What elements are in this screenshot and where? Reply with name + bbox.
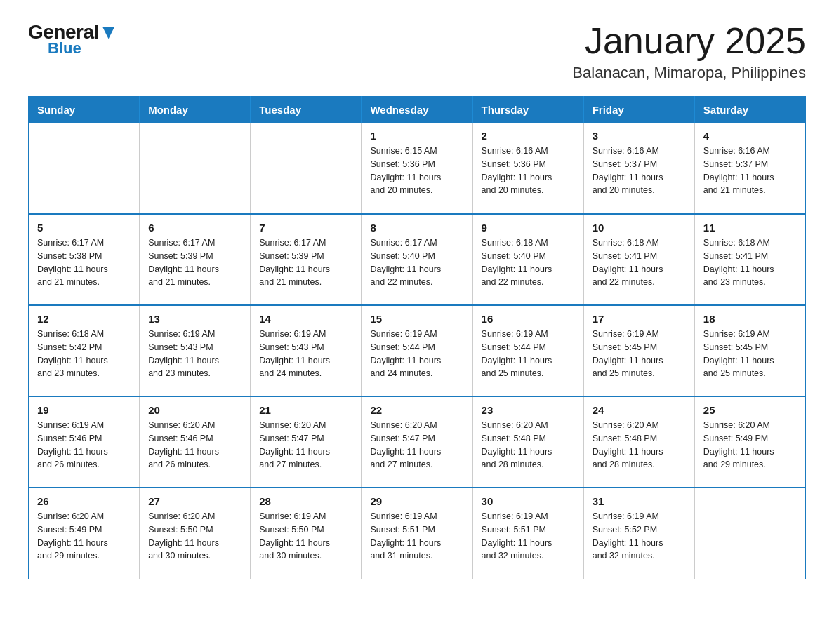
day-number: 24 [593,404,686,416]
day-info: Sunrise: 6:17 AMSunset: 5:40 PMDaylight:… [370,236,463,289]
calendar-cell: 25Sunrise: 6:20 AMSunset: 5:49 PMDayligh… [694,396,805,488]
calendar-day-header-friday: Friday [583,97,694,123]
day-info: Sunrise: 6:17 AMSunset: 5:38 PMDaylight:… [37,236,131,289]
day-number: 2 [482,130,575,142]
calendar-week-row: 5Sunrise: 6:17 AMSunset: 5:38 PMDaylight… [29,214,806,305]
day-info: Sunrise: 6:19 AMSunset: 5:51 PMDaylight:… [370,510,463,563]
day-number: 30 [482,495,575,507]
day-number: 4 [703,130,797,142]
title-block: January 2025 Balanacan, Mimaropa, Philip… [572,21,806,82]
day-number: 16 [482,313,575,325]
calendar-cell: 3Sunrise: 6:16 AMSunset: 5:37 PMDaylight… [583,123,694,214]
calendar-cell: 20Sunrise: 6:20 AMSunset: 5:46 PMDayligh… [140,396,251,488]
day-number: 8 [370,222,463,234]
calendar-cell [140,123,251,214]
day-number: 9 [482,222,575,234]
calendar-cell: 8Sunrise: 6:17 AMSunset: 5:40 PMDaylight… [362,214,472,305]
day-number: 10 [593,222,686,234]
day-info: Sunrise: 6:17 AMSunset: 5:39 PMDaylight:… [148,236,241,289]
calendar-cell: 16Sunrise: 6:19 AMSunset: 5:44 PMDayligh… [472,305,583,396]
calendar-day-header-monday: Monday [140,97,251,123]
calendar-cell: 6Sunrise: 6:17 AMSunset: 5:39 PMDaylight… [140,214,251,305]
calendar-cell: 24Sunrise: 6:20 AMSunset: 5:48 PMDayligh… [583,396,694,488]
day-number: 18 [703,313,797,325]
calendar-day-header-sunday: Sunday [29,97,140,123]
day-info: Sunrise: 6:20 AMSunset: 5:47 PMDaylight:… [370,419,463,471]
calendar-day-header-thursday: Thursday [472,97,583,123]
month-title: January 2025 [572,21,806,61]
day-info: Sunrise: 6:19 AMSunset: 5:50 PMDaylight:… [259,510,352,563]
day-info: Sunrise: 6:16 AMSunset: 5:37 PMDaylight:… [703,145,797,197]
day-info: Sunrise: 6:19 AMSunset: 5:44 PMDaylight:… [370,328,463,380]
calendar-cell: 14Sunrise: 6:19 AMSunset: 5:43 PMDayligh… [251,305,362,396]
day-number: 25 [703,404,797,416]
calendar-cell: 7Sunrise: 6:17 AMSunset: 5:39 PMDaylight… [251,214,362,305]
day-info: Sunrise: 6:19 AMSunset: 5:51 PMDaylight:… [482,510,575,563]
day-info: Sunrise: 6:20 AMSunset: 5:46 PMDaylight:… [148,419,241,471]
calendar-cell: 30Sunrise: 6:19 AMSunset: 5:51 PMDayligh… [472,488,583,579]
calendar-day-header-tuesday: Tuesday [251,97,362,123]
day-number: 23 [482,404,575,416]
calendar-week-row: 26Sunrise: 6:20 AMSunset: 5:49 PMDayligh… [29,488,806,579]
day-number: 28 [259,495,352,507]
day-number: 5 [37,222,131,234]
day-number: 11 [703,222,797,234]
day-number: 15 [370,313,463,325]
calendar-week-row: 19Sunrise: 6:19 AMSunset: 5:46 PMDayligh… [29,396,806,488]
day-info: Sunrise: 6:19 AMSunset: 5:43 PMDaylight:… [259,328,352,380]
calendar-cell [251,123,362,214]
calendar-cell: 27Sunrise: 6:20 AMSunset: 5:50 PMDayligh… [140,488,251,579]
page-header: General▼ Blue January 2025 Balanacan, Mi… [28,21,806,82]
calendar-cell: 2Sunrise: 6:16 AMSunset: 5:36 PMDaylight… [472,123,583,214]
calendar-cell [29,123,140,214]
day-info: Sunrise: 6:19 AMSunset: 5:45 PMDaylight:… [703,328,797,380]
day-info: Sunrise: 6:20 AMSunset: 5:48 PMDaylight:… [593,419,686,471]
logo-blue-text: Blue [48,39,81,58]
day-info: Sunrise: 6:19 AMSunset: 5:43 PMDaylight:… [148,328,241,380]
day-number: 29 [370,495,463,507]
calendar-cell: 1Sunrise: 6:15 AMSunset: 5:36 PMDaylight… [362,123,472,214]
day-number: 20 [148,404,241,416]
day-info: Sunrise: 6:19 AMSunset: 5:46 PMDaylight:… [37,419,131,471]
day-info: Sunrise: 6:20 AMSunset: 5:48 PMDaylight:… [482,419,575,471]
day-number: 3 [593,130,686,142]
calendar-header-row: SundayMondayTuesdayWednesdayThursdayFrid… [29,97,806,123]
day-number: 1 [370,130,463,142]
day-number: 6 [148,222,241,234]
calendar-cell: 11Sunrise: 6:18 AMSunset: 5:41 PMDayligh… [694,214,805,305]
calendar-cell [694,488,805,579]
calendar-table: SundayMondayTuesdayWednesdayThursdayFrid… [28,96,806,579]
day-number: 17 [593,313,686,325]
day-info: Sunrise: 6:18 AMSunset: 5:41 PMDaylight:… [703,236,797,289]
calendar-cell: 26Sunrise: 6:20 AMSunset: 5:49 PMDayligh… [29,488,140,579]
calendar-cell: 18Sunrise: 6:19 AMSunset: 5:45 PMDayligh… [694,305,805,396]
logo-arrow-icon: ▼ [99,21,118,43]
calendar-week-row: 12Sunrise: 6:18 AMSunset: 5:42 PMDayligh… [29,305,806,396]
day-number: 13 [148,313,241,325]
calendar-week-row: 1Sunrise: 6:15 AMSunset: 5:36 PMDaylight… [29,123,806,214]
calendar-cell: 10Sunrise: 6:18 AMSunset: 5:41 PMDayligh… [583,214,694,305]
calendar-cell: 17Sunrise: 6:19 AMSunset: 5:45 PMDayligh… [583,305,694,396]
calendar-day-header-saturday: Saturday [694,97,805,123]
calendar-cell: 31Sunrise: 6:19 AMSunset: 5:52 PMDayligh… [583,488,694,579]
day-info: Sunrise: 6:18 AMSunset: 5:41 PMDaylight:… [593,236,686,289]
calendar-cell: 15Sunrise: 6:19 AMSunset: 5:44 PMDayligh… [362,305,472,396]
day-info: Sunrise: 6:20 AMSunset: 5:47 PMDaylight:… [259,419,352,471]
day-number: 14 [259,313,352,325]
calendar-cell: 4Sunrise: 6:16 AMSunset: 5:37 PMDaylight… [694,123,805,214]
day-number: 26 [37,495,131,507]
calendar-cell: 13Sunrise: 6:19 AMSunset: 5:43 PMDayligh… [140,305,251,396]
day-info: Sunrise: 6:16 AMSunset: 5:36 PMDaylight:… [482,145,575,197]
day-number: 22 [370,404,463,416]
calendar-cell: 5Sunrise: 6:17 AMSunset: 5:38 PMDaylight… [29,214,140,305]
day-info: Sunrise: 6:19 AMSunset: 5:44 PMDaylight:… [482,328,575,380]
day-number: 27 [148,495,241,507]
calendar-cell: 12Sunrise: 6:18 AMSunset: 5:42 PMDayligh… [29,305,140,396]
logo: General▼ Blue [28,21,118,58]
day-info: Sunrise: 6:15 AMSunset: 5:36 PMDaylight:… [370,145,463,197]
calendar-cell: 23Sunrise: 6:20 AMSunset: 5:48 PMDayligh… [472,396,583,488]
day-info: Sunrise: 6:17 AMSunset: 5:39 PMDaylight:… [259,236,352,289]
calendar-cell: 9Sunrise: 6:18 AMSunset: 5:40 PMDaylight… [472,214,583,305]
day-info: Sunrise: 6:20 AMSunset: 5:50 PMDaylight:… [148,510,241,563]
calendar-cell: 21Sunrise: 6:20 AMSunset: 5:47 PMDayligh… [251,396,362,488]
